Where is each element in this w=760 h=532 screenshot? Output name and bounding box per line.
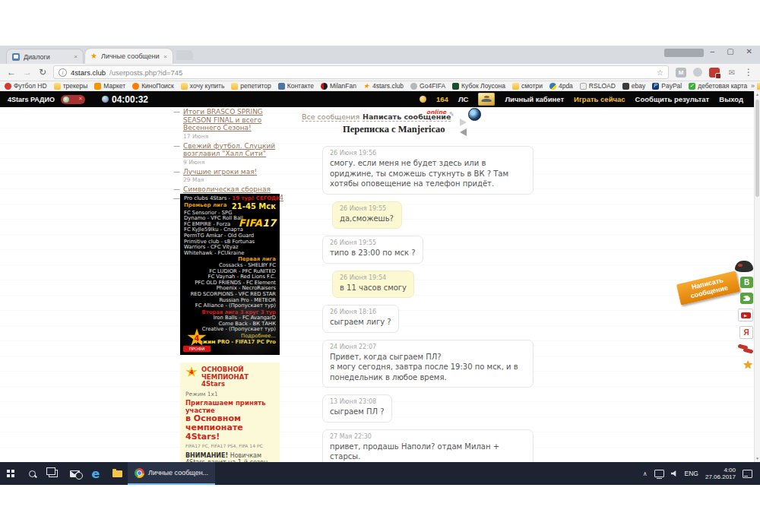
match-row: FC Alliance - (Пропускает тур): [184, 303, 276, 309]
chrome-task-button[interactable]: Личные сообщен...: [128, 462, 215, 485]
cap-icon[interactable]: [735, 261, 753, 272]
tournament-poster[interactable]: Pro clubs 4Stars - 19 тур! СЕГОДНЯ Премь…: [180, 194, 280, 355]
chat-message: 27 Мая 22:30 привет, продашь Наполи? отд…: [300, 429, 545, 463]
message-bubble: 26 Июня 18:16 сыграем лигу ?: [322, 305, 399, 333]
bookmark[interactable]: Go4FIFA: [410, 82, 445, 90]
mail-badge: [75, 472, 83, 480]
tab-close-icon[interactable]: ×: [163, 53, 167, 60]
volume-icon[interactable]: [671, 470, 678, 477]
message-avatar[interactable]: [300, 305, 316, 325]
vk-icon[interactable]: В: [740, 277, 753, 288]
bookmarks-overflow-icon[interactable]: »: [749, 81, 757, 91]
report-result-link[interactable]: Сообщить результат: [635, 95, 710, 103]
twitter-icon[interactable]: [740, 293, 753, 304]
minimize-button[interactable]: –: [711, 47, 715, 55]
user-avatar[interactable]: [478, 93, 495, 106]
news-link[interactable]: Лучшие игроки мая!: [183, 168, 257, 176]
news-link[interactable]: Свежий футбол. Слуцкий возглавил "Халл С…: [183, 142, 289, 158]
language-indicator[interactable]: ENG: [685, 470, 698, 477]
tab-dialogs[interactable]: Диалоги ×: [6, 49, 84, 64]
bookmark[interactable]: Кубок Лоусона: [452, 82, 505, 90]
scrollbar-thumb[interactable]: [755, 100, 759, 197]
bookmark-label: дебетовая карта: [698, 82, 747, 90]
coins-count[interactable]: 164: [436, 95, 448, 103]
message-avatar[interactable]: [300, 236, 316, 256]
url-path: /userposts.php?id=745: [109, 68, 182, 77]
forward-icon[interactable]: →: [23, 68, 32, 77]
reload-icon[interactable]: ↻: [39, 68, 46, 77]
bookmark[interactable]: 4pda: [549, 82, 573, 90]
page-content: — Итоги BRASCO SPRING SEASON FINAL и все…: [0, 107, 760, 462]
tab-private-messages[interactable]: ★ Личные сообщения КА ×: [85, 49, 173, 64]
close-button[interactable]: ✕: [746, 47, 752, 55]
bookmark[interactable]: КиноПоиск: [132, 82, 174, 90]
page-info-icon[interactable]: i: [59, 68, 67, 77]
play-now-link[interactable]: Играть сейчас: [574, 95, 625, 103]
bookmark[interactable]: Футбол HD: [5, 82, 47, 90]
message-avatar[interactable]: [300, 394, 316, 415]
maximize-button[interactable]: ▢: [727, 47, 733, 55]
action-center-icon[interactable]: [743, 470, 752, 478]
address-bar[interactable]: i 4stars.club /userposts.php?id=745 ☆: [53, 65, 669, 79]
4stars-icon[interactable]: ★: [743, 359, 753, 370]
bookmark[interactable]: смотри: [512, 82, 543, 90]
scroll-up-icon[interactable]: ▲: [755, 91, 760, 98]
bookmark-star-icon[interactable]: ☆: [657, 68, 663, 77]
bookmark[interactable]: репетитор: [231, 82, 271, 90]
red-extension-icon[interactable]: [709, 68, 720, 78]
page-scrollbar[interactable]: ▲ ▼: [754, 91, 760, 462]
bookmark[interactable]: PayPal: [652, 82, 682, 90]
globe-extension-icon[interactable]: [693, 68, 702, 77]
search-button[interactable]: [21, 462, 43, 485]
task-view-icon: [49, 470, 58, 477]
gmail-extension-icon[interactable]: M: [676, 68, 686, 78]
scroll-down-icon[interactable]: ▼: [755, 455, 760, 462]
all-messages-link[interactable]: Все сообщения: [302, 112, 359, 122]
edge-button[interactable]: e: [85, 462, 106, 485]
cabinet-link[interactable]: Личный кабинет: [505, 95, 564, 103]
tray-chevron-icon[interactable]: ∧: [643, 470, 648, 477]
news-date: 29 Мая: [183, 176, 289, 183]
mail-extension-icon[interactable]: ✉: [727, 68, 737, 78]
radio-player[interactable]: [61, 95, 85, 104]
youtube-icon[interactable]: ▶: [738, 309, 753, 321]
tab-close-icon[interactable]: ×: [74, 53, 78, 60]
logout-link[interactable]: Выход: [719, 95, 743, 103]
message-avatar[interactable]: [300, 429, 316, 450]
bookmark[interactable]: RSLOAD: [580, 82, 616, 90]
message-avatar[interactable]: [300, 201, 326, 221]
handshake-icon[interactable]: [738, 344, 753, 354]
bookmark[interactable]: Маркет: [94, 82, 125, 90]
bookmark[interactable]: хочу купить: [181, 82, 224, 90]
bookmark[interactable]: 4stars.club: [363, 82, 404, 90]
bookmark[interactable]: трекеры: [54, 82, 88, 90]
bookmark[interactable]: дебетовая карта: [689, 82, 747, 90]
tray-clock[interactable]: 4:00 27.06.2017: [705, 467, 736, 480]
browser-window: Диалоги × ★ Личные сообщения КА × – ▢ ✕ …: [0, 46, 760, 462]
yandex-icon[interactable]: Я: [739, 326, 753, 339]
mail-button[interactable]: [64, 462, 85, 485]
write-message-ribbon[interactable]: Написать сообщение: [676, 271, 740, 305]
bookmark-favicon-icon: [54, 83, 61, 90]
news-link[interactable]: Итоги BRASCO SPRING SEASON FINAL и всего…: [183, 108, 289, 132]
task-view-button[interactable]: [43, 462, 64, 485]
bookmark-label: КиноПоиск: [141, 82, 174, 90]
network-icon[interactable]: [654, 470, 664, 477]
back-icon[interactable]: ←: [7, 68, 16, 77]
message-avatar[interactable]: [300, 271, 326, 290]
message-avatar[interactable]: [300, 340, 316, 360]
start-button[interactable]: [0, 462, 21, 485]
message-avatar[interactable]: [300, 146, 316, 166]
platforms: FIFA17 PC, FIFA17 PS4, FIFA 14 PC: [185, 443, 274, 448]
explorer-button[interactable]: [106, 462, 128, 485]
bookmark[interactable]: Контакте: [278, 82, 314, 90]
menu-icon[interactable]: ⋮: [744, 68, 753, 77]
new-tab-button[interactable]: [176, 50, 193, 60]
bookmark[interactable]: MilanFan: [321, 82, 356, 90]
bookmark-label: 4stars.club: [372, 82, 404, 90]
pm-link[interactable]: ЛС: [458, 95, 469, 103]
chat-header: Все сообщения Написать сообщение ✎ Переп…: [300, 107, 545, 146]
bookmark[interactable]: ebay: [622, 82, 645, 90]
bullet-dash: —: [173, 108, 180, 132]
clock-time: 04:00:32: [112, 94, 148, 105]
